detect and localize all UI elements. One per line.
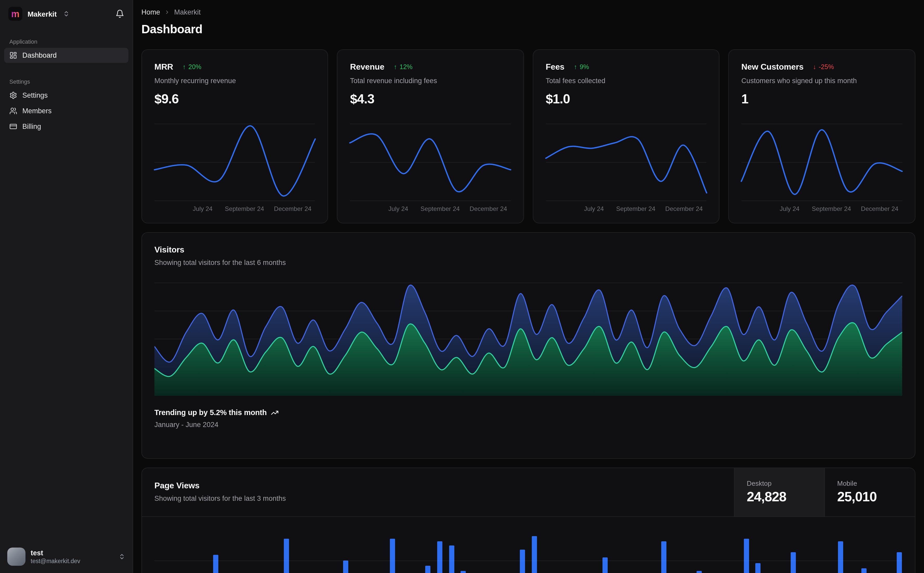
arrow-up-icon: ↑ [394, 63, 397, 70]
page-views-bar [520, 550, 525, 573]
page-views-toggle-mobile[interactable]: Mobile 25,010 [824, 468, 915, 517]
arrow-up-icon: ↑ [182, 63, 186, 70]
layout-dashboard-icon [9, 52, 17, 59]
page-title: Dashboard [141, 22, 915, 36]
visitors-footer: Trending up by 5.2% this month January -… [154, 408, 902, 429]
sidebar-item-billing[interactable]: Billing [4, 119, 129, 134]
page-views-toggle-desktop[interactable]: Desktop 24,828 [734, 468, 824, 517]
x-axis-labels: July 24 September 24 December 24 [350, 205, 511, 213]
desktop-label: Desktop [747, 479, 812, 487]
x-axis-labels: July 24 September 24 December 24 [154, 205, 315, 213]
stat-trend-badge: ↑20% [182, 63, 201, 70]
visitors-title: Visitors [154, 245, 902, 255]
chevrons-up-down-icon [119, 553, 125, 560]
new-customers-sparkline-chart [741, 124, 902, 200]
sidebar-nav: Application Dashboard Settings Settings … [0, 27, 133, 135]
page-views-bar [697, 571, 702, 573]
page-views-bar [861, 568, 867, 573]
sidebar-item-label: Billing [22, 123, 41, 130]
page-views-bar [425, 566, 431, 573]
page-views-bar [390, 539, 395, 573]
stat-value: $4.3 [350, 91, 511, 106]
x-axis-labels: July 24 September 24 December 24 [741, 205, 902, 213]
x-tick: July 24 [193, 205, 213, 213]
sidebar-item-settings[interactable]: Settings [4, 88, 129, 103]
stat-subtitle: Monthly recurring revenue [154, 77, 315, 85]
page-views-bar [744, 539, 749, 573]
main-content: Home Makerkit Dashboard MRR ↑20% Monthly… [133, 0, 924, 573]
page-views-bar [532, 536, 537, 573]
mrr-sparkline-chart [154, 124, 315, 200]
breadcrumb: Home Makerkit [141, 8, 915, 16]
stat-value: $1.0 [546, 91, 707, 106]
user-menu[interactable]: test test@makerkit.dev [0, 541, 133, 573]
page-views-bar [437, 541, 442, 573]
x-tick: September 24 [616, 205, 656, 213]
sidebar-item-label: Settings [22, 91, 48, 99]
user-email: test@makerkit.dev [31, 558, 80, 564]
gear-icon [9, 91, 17, 99]
makerkit-logo: m [8, 7, 22, 21]
x-tick: September 24 [420, 205, 460, 213]
visitors-period: January - June 2024 [154, 421, 902, 429]
stat-subtitle: Total revenue including fees [350, 77, 511, 85]
page-views-bar-chart [154, 525, 902, 573]
revenue-sparkline-chart [350, 124, 511, 200]
page-views-bar [756, 563, 761, 573]
stat-title: New Customers [741, 62, 803, 72]
sidebar-item-dashboard[interactable]: Dashboard [4, 48, 129, 63]
stat-title: Revenue [350, 62, 384, 72]
stat-trend-badge: ↑12% [394, 63, 413, 70]
x-axis-labels: July 24 September 24 December 24 [546, 205, 707, 213]
x-tick: December 24 [470, 205, 507, 213]
visitors-trend-text: Trending up by 5.2% this month [154, 408, 267, 416]
page-views-bar [661, 541, 667, 573]
page-views-bar [602, 558, 607, 573]
mobile-value: 25,010 [837, 489, 902, 505]
notifications-bell-icon[interactable] [115, 9, 124, 18]
page-views-bar [343, 560, 348, 573]
x-tick: September 24 [812, 205, 851, 213]
x-tick: December 24 [665, 205, 703, 213]
stat-value: $9.6 [154, 91, 315, 106]
page-views-title: Page Views [154, 481, 721, 490]
workspace-name: Makerkit [28, 9, 56, 18]
chevrons-up-down-icon [63, 10, 70, 17]
visitors-card: Visitors Showing total visitors for the … [141, 232, 915, 459]
nav-section-application: Application [4, 38, 129, 45]
stat-trend-badge: ↑9% [574, 63, 589, 70]
user-meta: test test@makerkit.dev [31, 549, 80, 564]
page-views-bar [838, 541, 843, 573]
arrow-down-icon: ↓ [813, 63, 816, 70]
x-tick: December 24 [274, 205, 311, 213]
stat-value: 1 [741, 91, 902, 106]
sidebar-item-members[interactable]: Members [4, 103, 129, 119]
stat-card-mrr: MRR ↑20% Monthly recurring revenue $9.6 … [141, 49, 328, 223]
page-views-bar [461, 571, 466, 573]
users-icon [9, 107, 17, 115]
stat-trend-value: 9% [580, 63, 589, 70]
page-views-subtitle: Showing total visitors for the last 3 mo… [154, 495, 721, 503]
breadcrumb-home-link[interactable]: Home [141, 8, 160, 16]
arrow-up-icon: ↑ [574, 63, 577, 70]
trending-up-icon [271, 409, 279, 416]
page-views-bar [284, 539, 289, 573]
page-views-header: Page Views Showing total visitors for th… [142, 468, 915, 517]
chevron-right-icon [164, 9, 170, 15]
sidebar-item-label: Members [22, 107, 52, 115]
fees-sparkline-chart [546, 124, 707, 200]
stat-trend-value: 12% [400, 63, 413, 70]
workspace-switcher[interactable]: m Makerkit [0, 0, 133, 27]
x-tick: December 24 [861, 205, 898, 213]
desktop-value: 24,828 [747, 489, 812, 505]
stat-trend-value: 20% [188, 63, 201, 70]
page-views-bar [213, 555, 219, 573]
x-tick: September 24 [225, 205, 264, 213]
stat-card-revenue: Revenue ↑12% Total revenue including fee… [337, 49, 524, 223]
stat-title: Fees [546, 62, 565, 72]
credit-card-icon [9, 123, 17, 130]
user-avatar [7, 548, 25, 566]
page-views-bar [449, 545, 454, 573]
user-name: test [31, 549, 80, 557]
stat-subtitle: Customers who signed up this month [741, 77, 902, 85]
